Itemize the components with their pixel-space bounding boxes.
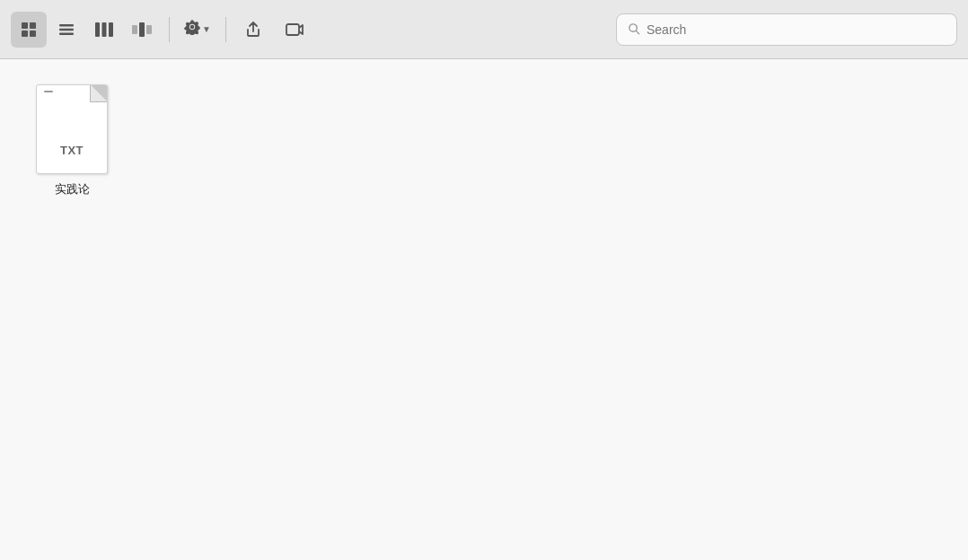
- grid-icon: [20, 21, 38, 39]
- svg-rect-13: [286, 24, 299, 35]
- search-box: [616, 13, 957, 46]
- tag-icon: [285, 21, 304, 39]
- svg-rect-9: [109, 22, 113, 37]
- svg-rect-5: [59, 28, 74, 31]
- list-icon: [57, 21, 75, 39]
- list-view-button[interactable]: [48, 12, 84, 48]
- arrow-down-icon: ▼: [202, 24, 211, 34]
- file-type-label: TXT: [37, 144, 107, 157]
- grid-view-button[interactable]: [11, 12, 47, 48]
- toolbar: ▼: [0, 0, 968, 59]
- content-area: TXT 实践论: [0, 59, 968, 560]
- search-input[interactable]: [647, 22, 946, 37]
- file-icon: TXT: [36, 84, 108, 174]
- cover-view-button[interactable]: [124, 12, 160, 48]
- svg-rect-0: [22, 22, 28, 29]
- file-item[interactable]: TXT 实践论: [18, 77, 126, 205]
- file-paper: TXT: [36, 84, 108, 174]
- tag-button[interactable]: [277, 12, 312, 48]
- gear-svg: [184, 19, 200, 35]
- svg-rect-3: [30, 31, 36, 37]
- gear-icon: [184, 19, 200, 39]
- share-button[interactable]: [235, 12, 271, 48]
- separator-2: [225, 17, 226, 42]
- corner-fold-inner: [91, 85, 107, 101]
- view-button-group: [11, 12, 160, 48]
- separator-1: [169, 17, 170, 42]
- svg-rect-8: [102, 22, 107, 37]
- icon-dash: [44, 91, 53, 92]
- columns-icon: [94, 21, 114, 39]
- share-icon: [244, 21, 262, 39]
- file-name: 实践论: [55, 181, 90, 197]
- search-icon: [628, 22, 641, 36]
- svg-rect-1: [30, 22, 36, 29]
- svg-rect-6: [59, 32, 74, 35]
- cover-icon: [131, 21, 153, 39]
- action-button[interactable]: ▼: [179, 12, 216, 48]
- columns-view-button[interactable]: [86, 12, 122, 48]
- svg-rect-2: [22, 31, 28, 37]
- svg-rect-11: [139, 22, 145, 37]
- svg-rect-4: [59, 24, 74, 27]
- svg-rect-7: [95, 22, 100, 37]
- svg-rect-10: [132, 25, 137, 34]
- svg-rect-12: [146, 25, 152, 34]
